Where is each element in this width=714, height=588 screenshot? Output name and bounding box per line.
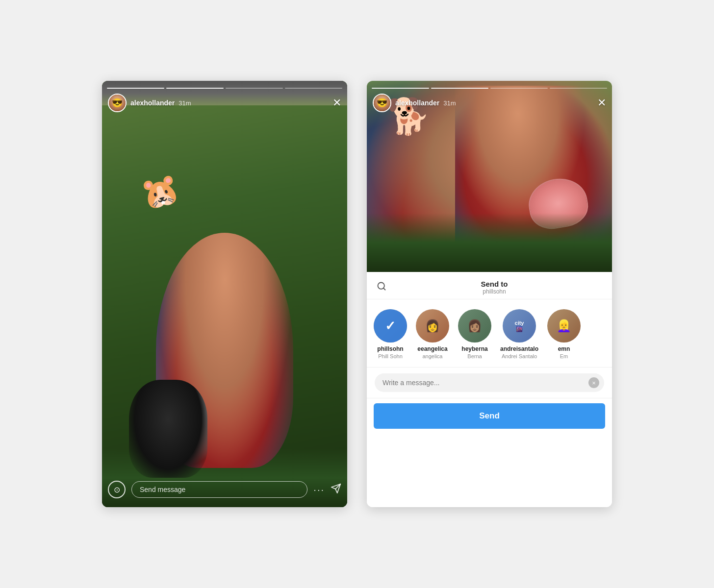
contacts-row: phillsohn Phill Sohn 👩 eeangelica angeli… xyxy=(367,299,612,368)
send-message-button[interactable]: Send message xyxy=(131,481,307,498)
send-button-left[interactable] xyxy=(331,483,341,496)
user-avatar-right: 😎 xyxy=(373,94,391,112)
user-info-right: alexhollander 31m xyxy=(395,99,456,107)
message-input-row: × xyxy=(367,368,612,398)
grass-overlay-right xyxy=(367,213,612,272)
story-top-right: 😎 alexhollander 31m ✕ 🐕 xyxy=(367,81,612,272)
contact-realname-phillsohn: Phill Sohn xyxy=(378,353,403,359)
contact-name-heyberna: heyberna xyxy=(461,345,487,352)
story-time-left: 31m xyxy=(178,99,191,107)
svg-line-3 xyxy=(383,288,385,290)
camera-button[interactable]: ⊙ xyxy=(108,481,126,498)
left-phone: 😎 alexhollander 31m ✕ 🐹 ⊙ Send message ·… xyxy=(102,81,347,507)
contact-realname-emn: Em xyxy=(560,353,568,359)
progress-bar-r3 xyxy=(490,88,548,89)
contact-avatar-phillsohn xyxy=(374,309,407,343)
contact-name-emn: emn xyxy=(558,345,570,352)
contact-name-andreisantalo: andreisantalo xyxy=(500,345,538,352)
progress-bar-r1 xyxy=(372,88,429,89)
contact-heyberna[interactable]: 👩🏽 heyberna Berna xyxy=(458,309,491,359)
story-header-left: 😎 alexhollander 31m ✕ xyxy=(108,94,341,112)
clear-icon: × xyxy=(592,379,596,387)
close-button-left[interactable]: ✕ xyxy=(332,97,341,109)
story-time-right: 31m xyxy=(443,99,456,107)
progress-bar-r2 xyxy=(431,88,488,89)
message-input-wrapper: × xyxy=(375,373,604,392)
user-info-left: alexhollander 31m xyxy=(130,99,191,107)
avatar-image-right: 😎 xyxy=(374,95,390,111)
contact-emn[interactable]: 👱‍♀️ emn Em xyxy=(547,309,581,359)
contact-name-eeangelica: eeangelica xyxy=(417,345,447,352)
user-avatar-left: 😎 xyxy=(108,94,127,112)
username-left: alexhollander xyxy=(130,99,175,107)
username-right: alexhollander xyxy=(395,99,439,107)
contact-phillsohn[interactable]: phillsohn Phill Sohn xyxy=(374,309,407,359)
contact-realname-andreisantalo: Andrei Santalo xyxy=(502,353,537,359)
contact-eeangelica[interactable]: 👩 eeangelica angelica xyxy=(416,309,449,359)
clear-input-button[interactable]: × xyxy=(588,377,599,388)
camera-icon: ⊙ xyxy=(114,485,120,494)
send-button-row: Send xyxy=(367,398,612,436)
send-to-panel: Send to phillsohn phillsohn Phill Sohn 👩… xyxy=(367,272,612,507)
avatar-image-left: 😎 xyxy=(109,95,126,111)
send-to-header: Send to phillsohn xyxy=(367,272,612,299)
contact-avatar-andreisantalo: city🌆 xyxy=(503,309,536,343)
progress-bars-right xyxy=(372,88,607,89)
search-icon[interactable] xyxy=(377,281,386,294)
message-input[interactable] xyxy=(375,373,604,392)
contact-avatar-eeangelica: 👩 xyxy=(416,309,449,343)
progress-bar-3 xyxy=(226,88,283,89)
progress-bar-r4 xyxy=(550,88,607,89)
progress-bar-4 xyxy=(285,88,342,89)
progress-bar-1 xyxy=(107,88,164,89)
contact-name-phillsohn: phillsohn xyxy=(377,345,403,352)
progress-bar-2 xyxy=(166,88,224,89)
dog-visual-left xyxy=(129,380,207,478)
contact-andreisantalo[interactable]: city🌆 andreisantalo Andrei Santalo xyxy=(500,309,538,359)
story-header-right: 😎 alexhollander 31m ✕ xyxy=(373,94,606,112)
progress-bars-left xyxy=(107,88,342,89)
send-to-subtitle: phillsohn xyxy=(386,288,602,295)
send-to-title: Send to xyxy=(386,280,602,288)
contact-realname-eeangelica: angelica xyxy=(423,353,443,359)
close-button-right[interactable]: ✕ xyxy=(597,97,606,109)
contact-avatar-emn: 👱‍♀️ xyxy=(547,309,581,343)
contact-avatar-heyberna: 👩🏽 xyxy=(458,309,491,343)
more-options-button[interactable]: ··· xyxy=(313,484,325,495)
contact-realname-heyberna: Berna xyxy=(467,353,482,359)
story-footer-left: ⊙ Send message ··· xyxy=(108,481,341,498)
right-phone: 😎 alexhollander 31m ✕ 🐕 Send xyxy=(367,81,612,507)
send-button-right[interactable]: Send xyxy=(374,403,605,429)
send-to-title-wrap: Send to phillsohn xyxy=(386,280,602,295)
